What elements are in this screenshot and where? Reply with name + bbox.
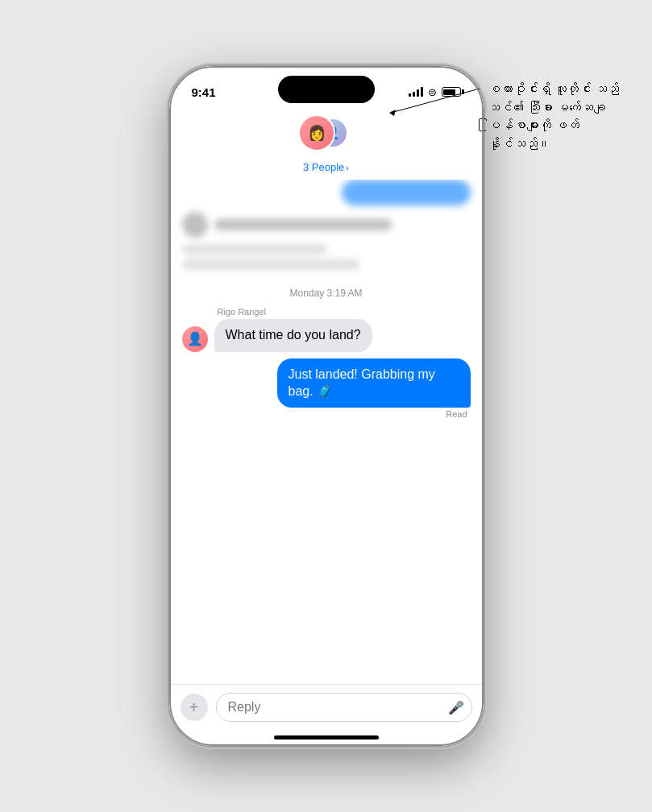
blurred-avatar — [182, 212, 208, 238]
chevron-right-icon: › — [346, 163, 349, 172]
dynamic-island — [278, 76, 375, 103]
home-indicator — [274, 735, 379, 740]
group-name[interactable]: 3 People › — [303, 161, 349, 173]
mic-icon: 🎤 — [448, 701, 464, 715]
status-time: 9:41 — [192, 85, 216, 99]
annotation: စကားဝိုင်းရှိ လူတိုင်း သည် သင်၏ သီးခြား … — [488, 81, 633, 153]
svg-line-0 — [391, 89, 480, 113]
received-message-row: 👤 Rigo Rangel What time do you land? — [182, 307, 471, 352]
blurred-row-1 — [182, 212, 471, 238]
mic-button[interactable]: 🎤 — [448, 700, 464, 715]
reply-input-wrapper[interactable]: 🎤 — [216, 693, 472, 722]
sender-name: Rigo Rangel — [218, 307, 372, 317]
sender-avatar: 👤 — [182, 326, 208, 352]
annotation-text: စကားဝိုင်းရှိ လူတိုင်း သည် သင်၏ သီးခြား … — [488, 81, 633, 153]
sent-bubble: Just landed! Grabbing my bag. 🧳 — [277, 358, 471, 408]
read-receipt: Read — [277, 409, 467, 419]
group-name-text: 3 People — [303, 161, 344, 173]
svg-marker-1 — [389, 110, 396, 116]
avatar-1: 👩 — [298, 114, 335, 151]
sent-message-row: Just landed! Grabbing my bag. 🧳 Read — [182, 358, 471, 420]
sent-message-content: Just landed! Grabbing my bag. 🧳 Read — [277, 358, 471, 420]
add-icon: + — [189, 699, 199, 715]
timestamp: Monday 3:19 AM — [182, 288, 471, 299]
add-button[interactable]: + — [181, 694, 208, 721]
phone-frame: 9:41 ⊜ 👩 👤 3 People — [169, 66, 484, 746]
annotation-arrow — [383, 72, 480, 121]
blurred-section — [182, 180, 471, 270]
screen: 9:41 ⊜ 👩 👤 3 People — [169, 66, 484, 746]
blurred-text-1 — [214, 219, 392, 230]
received-bubble: What time do you land? — [214, 319, 372, 352]
blurred-bubble-right — [342, 180, 471, 205]
messages-area: Monday 3:19 AM 👤 Rigo Rangel What time d… — [169, 180, 484, 684]
received-message-content: Rigo Rangel What time do you land? — [214, 307, 372, 352]
group-avatars: 👩 👤 — [298, 114, 355, 158]
reply-input[interactable] — [216, 693, 472, 722]
